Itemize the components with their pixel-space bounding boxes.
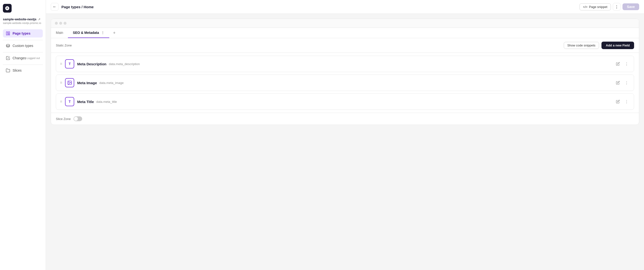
- sidebar-item-label: Changes: [12, 56, 26, 60]
- breadcrumb-current: Home: [84, 5, 94, 9]
- field-actions-meta-image: ⋮: [614, 79, 630, 86]
- sidebar-item-slices[interactable]: Slices: [3, 66, 43, 75]
- sidebar: sample-website-nextjs ↗ sample-website-n…: [0, 0, 46, 270]
- save-button[interactable]: Save: [622, 4, 639, 10]
- page-snippet-button[interactable]: </> Page snippet: [580, 4, 611, 11]
- editor-panel: Main SEO & Metadata ⋮ + Static Zone Show…: [51, 19, 639, 125]
- changes-row: Changes Logged out: [12, 56, 40, 60]
- back-button[interactable]: ←: [51, 3, 58, 11]
- more-field-meta-title[interactable]: ⋮: [623, 98, 630, 105]
- field-key-meta-description: data.meta_description: [109, 62, 140, 66]
- sidebar-item-label: Custom types: [12, 44, 33, 48]
- slices-icon: [6, 68, 10, 73]
- changes-icon: [6, 56, 10, 60]
- tab-add-button[interactable]: +: [109, 29, 120, 38]
- page-snippet-label: Page snippet: [589, 5, 607, 9]
- edit-icon: [616, 81, 620, 85]
- field-icon-meta-title: T: [65, 97, 74, 106]
- more-options-button[interactable]: ⋮: [613, 3, 620, 11]
- more-icon: ⋮: [625, 81, 628, 85]
- drag-handle-meta-image[interactable]: ≡: [60, 81, 62, 85]
- back-icon: ←: [53, 5, 56, 9]
- svg-rect-0: [6, 32, 8, 35]
- fields-list: ≡ T Meta Description data.meta_descripti…: [51, 53, 639, 113]
- topbar-right: </> Page snippet ⋮ Save: [580, 3, 639, 11]
- custom-types-icon: [6, 44, 10, 48]
- breadcrumb-prefix: Page types /: [62, 5, 84, 9]
- field-icon-meta-description: T: [65, 59, 74, 69]
- external-link-icon[interactable]: ↗: [38, 18, 40, 21]
- nav-divider-2: [3, 52, 43, 53]
- edit-field-meta-description[interactable]: [614, 61, 621, 67]
- sidebar-item-changes[interactable]: Changes Logged out: [3, 54, 43, 62]
- dot-green: [64, 22, 66, 25]
- dot-red: [55, 22, 58, 25]
- tab-seo[interactable]: SEO & Metadata ⋮: [68, 28, 109, 38]
- edit-icon: [616, 62, 620, 66]
- main-area: ← Page types / Home </> Page snippet ⋮ S…: [46, 0, 644, 270]
- slice-zone: Slice Zone: [51, 113, 639, 125]
- breadcrumb: Page types / Home: [62, 5, 94, 9]
- logo-icon: [5, 6, 10, 11]
- project-name-row: sample-website-nextjs ↗: [3, 18, 43, 21]
- app-logo[interactable]: [3, 4, 12, 13]
- content-area: Main SEO & Metadata ⋮ + Static Zone Show…: [46, 14, 644, 270]
- more-field-meta-image[interactable]: ⋮: [623, 79, 630, 86]
- page-types-icon: [6, 31, 10, 36]
- field-icon-meta-image: [65, 78, 74, 87]
- sidebar-item-label: Page types: [12, 32, 30, 35]
- field-actions-meta-description: ⋮: [614, 61, 630, 67]
- edit-icon: [616, 100, 620, 104]
- tab-main[interactable]: Main: [51, 28, 68, 38]
- show-code-button[interactable]: Show code snippets: [564, 42, 599, 49]
- field-row-meta-title: ≡ T Meta Title data.meta_title ⋮: [56, 93, 634, 110]
- topbar-left: ← Page types / Home: [51, 3, 94, 11]
- drag-handle-meta-description[interactable]: ≡: [60, 62, 62, 66]
- more-icon: ⋮: [625, 99, 628, 104]
- project-url: sample-website-nextjs.prismic.io: [3, 22, 43, 25]
- edit-field-meta-image[interactable]: [614, 79, 621, 86]
- tab-seo-label: SEO & Metadata: [73, 31, 99, 35]
- code-icon: </>: [583, 5, 588, 9]
- slice-zone-toggle[interactable]: [74, 116, 82, 121]
- more-icon: ⋮: [615, 5, 618, 9]
- project-name-label: sample-website-nextjs: [3, 18, 36, 21]
- changes-badge: Logged out: [26, 57, 40, 60]
- field-actions-meta-title: ⋮: [614, 98, 630, 105]
- field-info-meta-image: Meta Image data.meta_image: [77, 81, 612, 85]
- zone-actions: Show code snippets Add a new Field: [564, 42, 634, 49]
- svg-point-5: [69, 82, 70, 83]
- edit-field-meta-title[interactable]: [614, 98, 621, 105]
- more-field-meta-description[interactable]: ⋮: [623, 61, 630, 67]
- svg-rect-1: [8, 32, 10, 34]
- more-icon: ⋮: [625, 62, 628, 66]
- window-controls: [51, 19, 639, 28]
- topbar: ← Page types / Home </> Page snippet ⋮ S…: [46, 0, 644, 14]
- static-zone-label: Static Zone: [56, 44, 72, 47]
- field-info-meta-description: Meta Description data.meta_description: [77, 62, 612, 66]
- field-info-meta-title: Meta Title data.meta_title: [77, 100, 612, 104]
- sidebar-item-label: Slices: [12, 69, 22, 72]
- dot-yellow: [59, 22, 62, 25]
- drag-handle-meta-title[interactable]: ≡: [60, 99, 62, 104]
- field-name-meta-image: Meta Image: [77, 81, 97, 85]
- svg-point-3: [6, 44, 10, 46]
- svg-rect-2: [8, 34, 10, 35]
- tabs-bar: Main SEO & Metadata ⋮ +: [51, 28, 639, 38]
- field-row-meta-image: ≡ Meta Image data.meta_image ⋮: [56, 75, 634, 91]
- slice-zone-label: Slice Zone: [56, 117, 70, 121]
- add-field-button[interactable]: Add a new Field: [602, 42, 634, 49]
- field-name-meta-title: Meta Title: [77, 100, 94, 104]
- image-icon: [67, 80, 72, 85]
- tab-seo-more-icon[interactable]: ⋮: [101, 31, 104, 35]
- sidebar-item-custom-types[interactable]: Custom types: [3, 42, 43, 50]
- field-row-meta-description: ≡ T Meta Description data.meta_descripti…: [56, 56, 634, 72]
- static-zone-header: Static Zone Show code snippets Add a new…: [51, 38, 639, 53]
- field-key-meta-image: data.meta_image: [99, 81, 124, 85]
- field-name-meta-description: Meta Description: [77, 62, 106, 66]
- field-key-meta-title: data.meta_title: [96, 100, 117, 104]
- sidebar-item-page-types[interactable]: Page types: [3, 29, 43, 38]
- nav-divider-3: [3, 65, 43, 65]
